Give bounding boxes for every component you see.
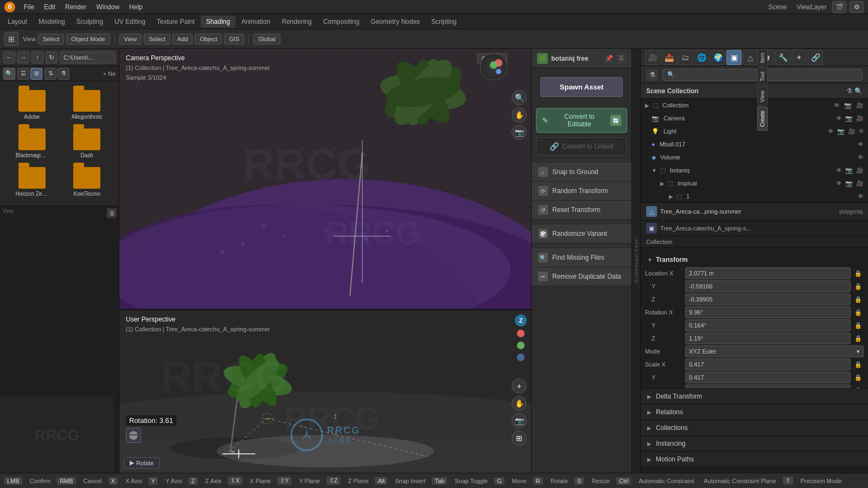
tab-animation[interactable]: Animation bbox=[236, 16, 276, 28]
folder-adobe[interactable]: Adobe bbox=[7, 88, 58, 122]
snap-toggle-label[interactable]: Snap Toggle bbox=[451, 477, 491, 485]
tab-layout[interactable]: Layout bbox=[2, 16, 33, 28]
tab-create[interactable]: Create bbox=[757, 107, 768, 131]
prop-tab-constraints[interactable]: 🔗 bbox=[808, 50, 823, 65]
outline-filter-icon[interactable]: ⚗ bbox=[846, 87, 852, 95]
list-view-btn[interactable]: ☰ bbox=[17, 68, 29, 80]
y-axis-label[interactable]: Y Axis bbox=[162, 477, 185, 485]
camera-icon-bottom[interactable]: 📷 bbox=[512, 413, 527, 428]
light-eye[interactable]: 👁 bbox=[828, 128, 834, 135]
rotation-y-lock[interactable]: 🔒 bbox=[853, 320, 864, 331]
filter-btn[interactable]: ⚗ bbox=[58, 68, 69, 80]
motion-paths-header[interactable]: ▶ Motion Paths bbox=[641, 452, 868, 467]
relations-header[interactable]: ▶ Relations bbox=[641, 404, 868, 420]
folder-dash[interactable]: Dash bbox=[62, 126, 113, 160]
collection-camera-vis[interactable]: 📷 bbox=[844, 102, 852, 109]
outline-collection[interactable]: ▶ ⬚ Collection 👁 📷 🎥 bbox=[641, 99, 868, 112]
grid-icon-bottom[interactable]: ⊞ bbox=[512, 431, 527, 446]
resize-label[interactable]: Resize bbox=[588, 477, 613, 485]
x-plane-label[interactable]: X Plane bbox=[247, 477, 275, 485]
folder-blackmagic[interactable]: Blackmagic D... bbox=[7, 126, 58, 160]
nav-gizmo-z-bottom[interactable]: Z bbox=[515, 314, 527, 326]
viewport-top[interactable]: RRCG RRCG 🔍 ✋ 📷 bbox=[119, 49, 531, 310]
collection-eye[interactable]: 👁 bbox=[834, 102, 840, 108]
object-btn[interactable]: Object bbox=[195, 34, 222, 44]
location-y-value[interactable]: -0.59166 bbox=[685, 280, 851, 292]
settings-btn[interactable]: ⚙ bbox=[850, 1, 864, 13]
camera-render[interactable]: 🎥 bbox=[856, 115, 864, 122]
outline-camera[interactable]: 📷 Camera 👁 📷 🎥 bbox=[641, 112, 868, 125]
grid-view-btn[interactable]: ⊞ bbox=[30, 68, 42, 80]
botaniq-eye[interactable]: 👁 bbox=[836, 167, 842, 174]
mode-select[interactable]: Object Mode bbox=[66, 34, 110, 44]
outline-botaniq[interactable]: ▼ ⬚ botaniq 👁 📷 🎥 bbox=[641, 164, 868, 177]
outline-mball[interactable]: ● Mball.017 👁 bbox=[641, 138, 868, 151]
tropical-render[interactable]: 🎥 bbox=[856, 180, 864, 187]
reset-transform-btn[interactable]: ↺ Reset Transform bbox=[532, 201, 631, 220]
tab-compositing[interactable]: Compositing bbox=[318, 16, 365, 28]
instancing-header[interactable]: ▶ Instancing bbox=[641, 436, 868, 451]
camera-cam[interactable]: 📷 bbox=[845, 115, 853, 122]
snap-invert-label[interactable]: Snap Invert bbox=[392, 477, 429, 485]
nav-back-btn[interactable]: ← bbox=[3, 52, 15, 63]
path-input[interactable]: C:\Users\... bbox=[60, 52, 116, 63]
outline-volume[interactable]: ◈ Volume 👁 bbox=[641, 151, 868, 164]
new-btn[interactable]: + Ne bbox=[103, 70, 116, 77]
rotation-y-value[interactable]: 0.164° bbox=[685, 319, 851, 331]
botaniq-cam[interactable]: 📷 bbox=[845, 167, 853, 174]
x-axis-label[interactable]: X Axis bbox=[122, 477, 145, 485]
screencast-keys-tab[interactable]: Screencast Keys bbox=[631, 49, 640, 473]
rotate-status-label[interactable]: Rotate bbox=[547, 477, 571, 485]
light-gear[interactable]: ⚙ bbox=[859, 128, 864, 135]
scale-x-value[interactable]: 0.417 bbox=[685, 358, 851, 370]
mini-viewport-menu[interactable]: ☰ bbox=[107, 208, 117, 218]
remove-duplicate-btn[interactable]: ✂ Remove Duplicate Data bbox=[532, 267, 631, 286]
rotation-z-value[interactable]: 1.19° bbox=[685, 332, 851, 344]
outline-search-icon[interactable]: 🔍 bbox=[854, 87, 863, 95]
random-transform-btn[interactable]: ⟳ Random Transform bbox=[532, 182, 631, 201]
delta-transform-header[interactable]: ▶ Delta Transform bbox=[641, 389, 868, 404]
viewport-bottom[interactable]: ↕ ↓ RRCG RRCG 人 RRCG 人人素材 User Perspecti… bbox=[119, 310, 531, 473]
tab-modeling[interactable]: Modeling bbox=[33, 16, 71, 28]
tab-shading[interactable]: Shading bbox=[201, 16, 235, 28]
folder-koei[interactable]: KoeiTecmo bbox=[62, 165, 113, 199]
global-btn[interactable]: Global bbox=[253, 34, 280, 44]
menu-render[interactable]: Render bbox=[61, 2, 91, 12]
find-missing-btn[interactable]: 🔍 Find Missing Files bbox=[532, 248, 631, 267]
tab-sculpting[interactable]: Sculpting bbox=[71, 16, 108, 28]
prop-tab-render[interactable]: 🎥 bbox=[645, 50, 660, 65]
botanic-menu-btn[interactable]: ☰ bbox=[616, 54, 626, 63]
rotation-x-lock[interactable]: 🔒 bbox=[853, 307, 864, 318]
scale-z-value[interactable]: 0.417 bbox=[685, 384, 851, 389]
nav-gizmo[interactable] bbox=[480, 53, 507, 80]
rotation-x-value[interactable]: 9.96° bbox=[685, 306, 851, 318]
prop-tab-mesh[interactable]: △ bbox=[743, 50, 758, 65]
collection-render-vis[interactable]: 🎥 bbox=[856, 102, 864, 109]
menu-window[interactable]: Window bbox=[92, 2, 124, 12]
prop-tab-output[interactable]: 📤 bbox=[661, 50, 676, 65]
light-render[interactable]: 🎥 bbox=[848, 128, 856, 135]
precision-label[interactable]: Precision Mode bbox=[797, 477, 845, 485]
nav-up-btn[interactable]: ↑ bbox=[31, 52, 43, 63]
scale-x-lock[interactable]: 🔒 bbox=[853, 359, 864, 370]
tropical-eye[interactable]: 👁 bbox=[836, 180, 842, 187]
location-y-lock[interactable]: 🔒 bbox=[853, 281, 864, 292]
mode-dropdown[interactable]: XYZ Euler ▾ bbox=[685, 345, 864, 357]
pan-icon[interactable]: ✋ bbox=[512, 107, 527, 123]
z-plane-label[interactable]: Z Plane bbox=[344, 477, 372, 485]
rotation-z-lock[interactable]: 🔒 bbox=[853, 333, 864, 344]
tab-view[interactable]: View bbox=[757, 87, 768, 106]
z-axis-label[interactable]: Z Axis bbox=[202, 477, 225, 485]
camera-icon[interactable]: 📷 bbox=[512, 125, 527, 140]
tab-tool[interactable]: Tool bbox=[757, 68, 768, 85]
engine-btn[interactable]: 🎬 bbox=[832, 1, 846, 13]
botaniq-render[interactable]: 🎥 bbox=[856, 167, 864, 174]
menu-edit[interactable]: Edit bbox=[40, 2, 60, 12]
item1-eye[interactable]: 👁 bbox=[858, 193, 864, 200]
location-z-value[interactable]: -0.39905 bbox=[685, 293, 851, 305]
select-btn[interactable]: Select bbox=[38, 34, 65, 44]
tab-rendering[interactable]: Rendering bbox=[276, 16, 317, 28]
tab-scripting[interactable]: Scripting bbox=[426, 16, 462, 28]
spawn-asset-btn[interactable]: Spawn Asset bbox=[540, 77, 623, 97]
tab-texture-paint[interactable]: Texture Paint bbox=[151, 16, 200, 28]
